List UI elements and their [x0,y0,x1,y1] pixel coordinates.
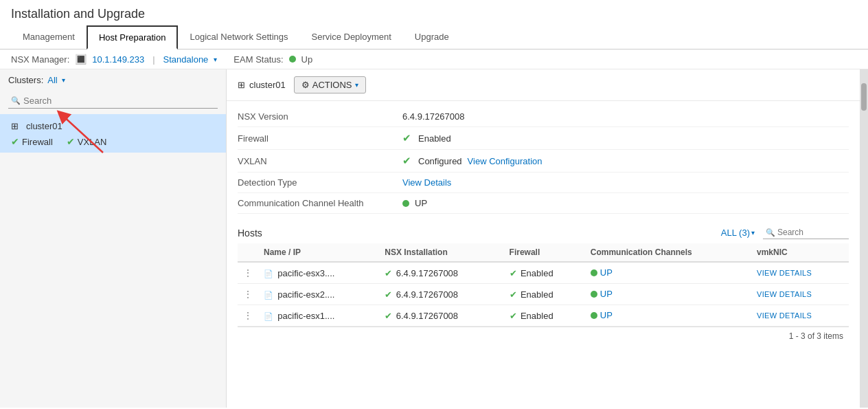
row1-comm-badge: UP [591,267,613,278]
tab-service-deployment[interactable]: Service Deployment [300,25,403,49]
tab-logical-network[interactable]: Logical Network Settings [178,25,299,49]
nsx-ip-link[interactable]: 10.1.149.233 [92,54,144,65]
tab-upgrade[interactable]: Upgrade [403,25,461,49]
comm-channel-text: UP [415,198,427,208]
view-configuration-link[interactable]: View Configuration [468,156,542,166]
detail-value-comm-channel: UP [402,198,427,208]
row2-comm-dot [591,291,597,298]
row1-fw-check-icon: ✔ [510,268,517,278]
search-box[interactable]: 🔍 [8,93,218,109]
detail-label-vxlan: VXLAN [238,156,402,166]
row3-view-details-link[interactable]: VIEW DETAILS [757,311,812,320]
all-filter-chevron-icon: ▾ [751,229,755,236]
detail-label-comm-channel: Communication Channel Health [238,198,402,208]
vxlan-status-icon: ✔ [402,155,411,167]
table-row: ⋮ 📄 pacific-esx3.... ✔ 6.4.9.17267008 ✔ [238,262,849,284]
vxlan-badge: ✔ VXLAN [67,136,107,147]
col-menu [238,243,258,262]
eam-label: EAM Status: [233,54,283,65]
nsx-icon: 🔳 [75,54,87,65]
tab-host-preparation[interactable]: Host Preparation [87,25,179,49]
detail-value-nsx-version: 6.4.9.17267008 [402,111,464,122]
right-panel: ⊞ cluster01 ⚙ ACTIONS ▾ NSX Version 6.4.… [227,69,860,408]
firewall-badge: ✔ Firewall [11,136,53,147]
separator: | [152,54,155,65]
clusters-filter-link[interactable]: All [47,75,57,85]
hosts-search-input[interactable] [777,228,846,237]
row3-fw-check-icon: ✔ [510,311,517,321]
detail-label-firewall: Firewall [238,133,402,144]
detail-row-vxlan: VXLAN ✔ Configured View Configuration [238,150,849,173]
cluster-detail-icon: ⊞ [238,80,245,90]
row3-nsx-version: 6.4.9.17267008 [396,311,458,321]
detail-section: NSX Version 6.4.9.17267008 Firewall ✔ En… [227,101,860,219]
cluster-icon: ⊞ [8,120,21,132]
row3-comm-text: UP [600,310,613,320]
detail-label-nsx-version: NSX Version [238,111,402,122]
view-details-link[interactable]: View Details [402,177,451,188]
detail-value-detection-type: View Details [402,177,451,188]
vxlan-label: VXLAN [78,137,107,147]
row1-fw-status: Enabled [521,268,553,278]
row1-nsx-version: 6.4.9.17267008 [396,268,458,278]
row3-name: pacific-esx1.... [277,311,334,321]
eam-status-dot [289,56,296,63]
row2-name: pacific-esx2.... [277,289,334,300]
gear-icon: ⚙ [301,80,310,90]
tab-management[interactable]: Management [11,25,87,49]
nsx-mode[interactable]: Standalone [163,54,209,65]
row3-fw-status: Enabled [521,311,553,321]
row2-view-details-link[interactable]: VIEW DETAILS [757,290,812,298]
firewall-status-icon: ✔ [402,132,411,144]
col-firewall: Firewall [504,243,585,262]
table-footer: 1 - 3 of 3 items [238,327,849,345]
row2-nsx-version: 6.4.9.17267008 [396,289,458,300]
hosts-search-box[interactable]: 🔍 [763,226,849,239]
row1-view-details-link[interactable]: VIEW DETAILS [757,269,812,277]
row2-file-icon: 📄 [264,291,273,299]
row2-comm-badge: UP [591,289,613,299]
col-nsx: NSX Installation [379,243,503,262]
row1-comm-text: UP [600,267,613,278]
table-row: ⋮ 📄 pacific-esx2.... ✔ 6.4.9.17267008 ✔ [238,284,849,305]
hosts-section: Hosts ALL (3) ▾ 🔍 [227,219,860,345]
search-input[interactable] [23,96,215,106]
cluster-detail-name: ⊞ cluster01 [238,80,286,90]
left-panel: Clusters: All ▾ 🔍 ⊞ cluster01 ✔ Firewall… [0,69,227,408]
row2-menu-icon[interactable]: ⋮ [243,289,253,300]
table-row: ⋮ 📄 pacific-esx1.... ✔ 6.4.9.17267008 ✔ [238,305,849,327]
firewall-label: Firewall [22,137,53,147]
scrollbar[interactable] [860,69,868,408]
tabs-bar: Management Host Preparation Logical Netw… [0,25,868,49]
cluster-name-row: ⊞ cluster01 [8,120,218,132]
hosts-header: Hosts ALL (3) ▾ 🔍 [238,219,849,243]
scroll-thumb[interactable] [861,83,867,111]
row3-comm-badge: UP [591,310,613,320]
all-filter-button[interactable]: ALL (3) ▾ [721,228,755,238]
col-name: Name / IP [258,243,379,262]
cluster-detail-name-text: cluster01 [249,80,286,90]
nsx-bar: NSX Manager: 🔳 10.1.149.233 | Standalone… [0,49,868,69]
col-comm: Communication Channels [585,243,751,262]
row1-nsx-check-icon: ✔ [385,268,392,278]
detail-row-nsx-version: NSX Version 6.4.9.17267008 [238,107,849,127]
row3-menu-icon[interactable]: ⋮ [243,310,253,321]
detail-row-detection-type: Detection Type View Details [238,173,849,193]
cluster-name-text: cluster01 [26,121,62,131]
cluster-item[interactable]: ⊞ cluster01 ✔ Firewall ✔ VXLAN [0,114,226,153]
hosts-title: Hosts [238,228,262,239]
eam-status-text: Up [301,54,313,65]
search-icon: 🔍 [11,96,21,105]
row1-menu-icon[interactable]: ⋮ [243,267,253,278]
hosts-controls: ALL (3) ▾ 🔍 [721,226,849,239]
actions-chevron-icon: ▾ [355,81,358,89]
cluster-badges-row: ✔ Firewall ✔ VXLAN [8,136,218,147]
row3-nsx-check-icon: ✔ [385,311,392,321]
actions-button[interactable]: ⚙ ACTIONS ▾ [294,76,366,93]
col-vmknic: vmkNIC [751,243,849,262]
vxlan-check-icon: ✔ [67,136,75,147]
clusters-header: Clusters: All ▾ [0,69,226,91]
row3-file-icon: 📄 [264,312,273,320]
row2-nsx-check-icon: ✔ [385,289,392,300]
detail-row-firewall: Firewall ✔ Enabled [238,127,849,150]
